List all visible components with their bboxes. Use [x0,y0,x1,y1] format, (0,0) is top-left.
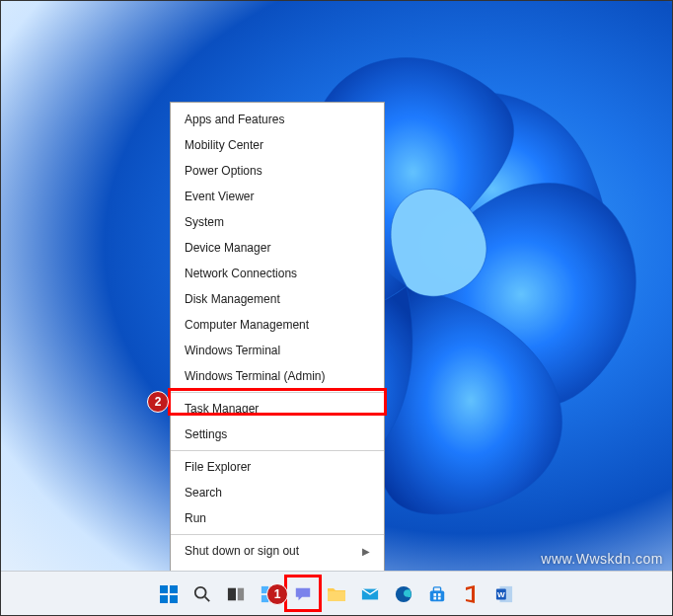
svg-rect-15 [430,590,444,601]
chevron-right-icon: ▶ [362,546,370,557]
svg-rect-2 [160,595,168,603]
taskbar: W [0,571,673,616]
menu-item-disk-management[interactable]: Disk Management [171,286,384,312]
edge-button[interactable] [391,581,416,607]
svg-text:W: W [497,590,505,599]
chat-icon [294,585,312,603]
menu-item-event-viewer[interactable]: Event Viewer [171,184,384,209]
menu-item-system[interactable]: System [171,209,384,235]
file-explorer-button[interactable] [324,581,349,607]
menu-item-windows-terminal[interactable]: Windows Terminal [171,338,384,363]
svg-rect-18 [438,593,441,596]
menu-item-computer-management[interactable]: Computer Management [171,312,384,338]
svg-rect-3 [170,595,178,603]
chat-button[interactable] [290,581,316,607]
menu-item-mobility-center[interactable]: Mobility Center [171,132,384,158]
menu-item-settings[interactable]: Settings [171,422,384,447]
annotation-callout-1: 1 [266,583,288,605]
menu-item-windows-terminal-admin[interactable]: Windows Terminal (Admin) [171,363,384,389]
desktop-wallpaper: Apps and Features Mobility Center Power … [0,0,673,616]
svg-rect-20 [438,596,441,599]
menu-separator [171,450,384,451]
search-icon [193,585,211,603]
annotation-callout-2: 2 [147,391,169,413]
edge-icon [395,585,412,603]
menu-item-run[interactable]: Run [171,505,384,531]
menu-item-power-options[interactable]: Power Options [171,158,384,184]
svg-rect-16 [433,586,440,591]
svg-line-5 [205,596,210,601]
start-button[interactable] [156,581,182,607]
menu-item-shutdown[interactable]: Shut down or sign out▶ [171,538,384,564]
menu-item-task-manager[interactable]: Task Manager [171,396,384,422]
svg-rect-7 [238,587,244,600]
office-icon [463,585,479,603]
office-button[interactable] [458,581,484,607]
svg-rect-12 [328,591,345,601]
windows-logo-icon [159,584,179,604]
store-icon [428,585,446,603]
taskview-button[interactable] [223,581,249,607]
winx-context-menu: Apps and Features Mobility Center Power … [170,102,385,594]
svg-rect-17 [433,593,436,596]
menu-separator [171,534,384,535]
menu-item-device-manager[interactable]: Device Manager [171,235,384,261]
word-icon: W [495,585,513,603]
svg-rect-1 [170,585,178,593]
folder-icon [327,585,346,603]
watermark-text: www.Wwskdn.com [541,551,663,567]
svg-rect-6 [228,587,236,600]
menu-separator [171,392,384,393]
svg-point-4 [195,586,206,597]
menu-item-file-explorer[interactable]: File Explorer [171,454,384,480]
menu-item-apps-features[interactable]: Apps and Features [171,107,384,132]
word-button[interactable]: W [491,581,517,607]
mail-icon [361,585,379,603]
mail-button[interactable] [357,581,383,607]
svg-rect-0 [160,585,168,593]
menu-item-network-connections[interactable]: Network Connections [171,261,384,286]
menu-item-search[interactable]: Search [171,480,384,505]
svg-rect-19 [433,596,436,599]
taskview-icon [227,585,245,603]
search-button[interactable] [189,581,215,607]
store-button[interactable] [424,581,450,607]
